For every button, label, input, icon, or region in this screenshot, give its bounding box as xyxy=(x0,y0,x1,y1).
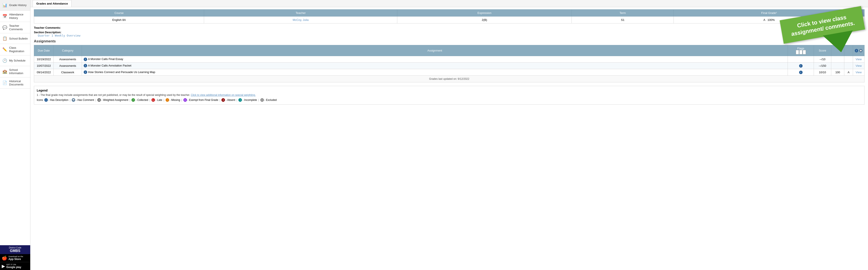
sidebar-item-school-information[interactable]: 🏫School Information xyxy=(0,66,30,78)
grade-header xyxy=(844,45,853,56)
legend-label-green: - Collected xyxy=(135,98,148,101)
legend-icon-darkred: A xyxy=(221,98,225,102)
legend-item-red: L - Late xyxy=(152,98,162,102)
legend-icon-weighted: ⚖ xyxy=(97,98,101,102)
tab-grades-attendance[interactable]: Grades and Attendance xyxy=(33,0,71,7)
flag-icon: i xyxy=(799,64,803,68)
google-play-button[interactable]: ▶ GET IT ON Google play xyxy=(0,262,30,270)
main-content: Grades and Attendance Course Teacher Exp… xyxy=(30,0,868,270)
legend-icon-green: ✓ xyxy=(131,98,135,102)
legend-separator: | xyxy=(95,98,96,101)
legend-icon-gray: X xyxy=(260,98,264,102)
flag-icon: i xyxy=(799,71,803,74)
category-cell: Assessments xyxy=(54,62,82,69)
view-link[interactable]: View xyxy=(856,58,862,61)
legend-note: 1 - The final grade may include assignme… xyxy=(37,93,862,96)
legend-section: Legend 1 - The final grade may include a… xyxy=(34,86,865,104)
legend-label-purple: - Exempt from Final Grade xyxy=(188,98,218,101)
flag-col-2 xyxy=(799,50,802,54)
assignment-row: 09/14/2022 Classwork iHow Stories Connec… xyxy=(34,69,865,76)
flags-cell: i xyxy=(788,69,814,76)
assignment-header: Assignment xyxy=(82,45,788,56)
category-cell: Classwork xyxy=(54,69,82,76)
legend-icon-orange: ! xyxy=(165,98,169,102)
sidebar-item-attendance-history[interactable]: 📅Attendance History xyxy=(0,11,30,22)
sidebar-item-historical-documents[interactable]: 📄Historical Documents xyxy=(0,78,30,89)
legend-separator: | xyxy=(70,98,70,101)
category-cell: Assessments xyxy=(54,56,82,63)
legend-label-weighted: - Weighted Assignment xyxy=(101,98,128,101)
legend-item-darkred: A - Absent xyxy=(221,98,235,102)
legend-label-darkred: - Absent xyxy=(225,98,235,101)
legend-icons: Icons i - Has Description | 💬 - Has Comm… xyxy=(37,98,862,102)
term-header: Term xyxy=(572,9,674,17)
district-code-label: District Code xyxy=(1,246,29,249)
legend-label-gray: - Excluded xyxy=(265,98,277,101)
flags-cell xyxy=(788,56,814,63)
info-icon[interactable]: i xyxy=(84,64,87,67)
assignments-table: Due Date Category Assignment Flags Score xyxy=(34,45,865,76)
legend-separator: | xyxy=(163,98,164,101)
info-icon[interactable]: i xyxy=(84,58,87,61)
school-information-label: School Information xyxy=(9,68,28,75)
section-description-label: Section Description: xyxy=(34,31,61,34)
special-weighting-link[interactable]: Click to view additional information on … xyxy=(191,93,256,96)
attendance-history-icon: 📅 xyxy=(2,13,8,19)
teacher-name[interactable]: McCoy, Julia xyxy=(204,17,397,24)
percent-cell xyxy=(831,56,844,63)
sidebar-item-school-bulletin[interactable]: 📋School Bulletin xyxy=(0,33,30,44)
category-header: Category xyxy=(54,45,82,56)
sidebar-item-class-registration[interactable]: ✏️Class Registration xyxy=(0,44,30,55)
course-table: Course Teacher Expression Term Final Gra… xyxy=(34,9,865,24)
legend-icon-comment: 💬 xyxy=(72,98,75,102)
view-link-cell[interactable]: View xyxy=(853,69,865,76)
school-bulletin-label: School Bulletin xyxy=(9,37,28,40)
due-date-cell: 09/14/2022 xyxy=(34,69,54,76)
grade-cell xyxy=(844,56,853,63)
teacher-comments-label: Teacher Comments: xyxy=(34,26,61,29)
percent-header xyxy=(831,45,844,56)
legend-separator: | xyxy=(237,98,237,101)
due-date-cell: 10/19/2022 xyxy=(34,56,54,63)
section-description: Section Description: Quarter 1 Weekly Ov… xyxy=(34,31,865,37)
flags-cell: i xyxy=(788,62,814,69)
legend-separator: | xyxy=(219,98,220,101)
legend-separator: | xyxy=(182,98,182,101)
view-link[interactable]: View xyxy=(856,71,862,74)
legend-label-teal: - Incomplete xyxy=(243,98,257,101)
sidebar-item-teacher-comments[interactable]: 💬Teacher Comments xyxy=(0,22,30,33)
app-store-line1: Download on the xyxy=(8,256,23,258)
sidebar-item-my-schedule[interactable]: 🕐My Schedule xyxy=(0,55,30,66)
district-code-value: GMBS xyxy=(1,249,29,253)
legend-icon-purple: E xyxy=(183,98,187,102)
class-registration-icon: ✏️ xyxy=(2,47,8,53)
district-code-box: District Code GMBS xyxy=(0,245,30,254)
view-link-cell[interactable]: View xyxy=(853,56,865,63)
legend-label-info-blue: - Has Description xyxy=(49,98,68,101)
grade-cell xyxy=(844,62,853,69)
due-date-header: Due Date xyxy=(34,45,54,56)
score-cell: --/150 xyxy=(814,62,831,69)
grade-cell: A xyxy=(844,69,853,76)
view-link-cell[interactable]: View xyxy=(853,62,865,69)
expression-header: Expression xyxy=(397,9,572,17)
section-description-link[interactable]: Quarter 1 Weekly Overview xyxy=(38,34,81,37)
sidebar-item-grade-history[interactable]: 📊Grade History xyxy=(0,0,30,11)
view-header: i 💬 xyxy=(853,45,865,56)
sidebar-nav: 📊Grade History📅Attendance History💬Teache… xyxy=(0,0,30,89)
grade-history-icon: 📊 xyxy=(2,2,8,8)
legend-icon-red: L xyxy=(152,98,155,102)
legend-item-weighted: ⚖ - Weighted Assignment xyxy=(97,98,128,102)
percent-cell: 100 xyxy=(831,69,844,76)
info-icon[interactable]: i xyxy=(84,70,87,74)
score-header: Score xyxy=(814,45,831,56)
legend-title: Legend xyxy=(37,89,862,92)
google-play-line1: GET IT ON xyxy=(6,264,21,266)
app-store-button[interactable]: 🍎 Download on the App Store xyxy=(0,254,30,262)
legend-item-purple: E - Exempt from Final Grade xyxy=(183,98,218,102)
percent-cell xyxy=(831,62,844,69)
view-link[interactable]: View xyxy=(856,64,862,67)
content-area: Course Teacher Expression Term Final Gra… xyxy=(30,7,868,107)
google-play-icon: ▶ xyxy=(2,264,5,269)
legend-separator: | xyxy=(150,98,150,101)
